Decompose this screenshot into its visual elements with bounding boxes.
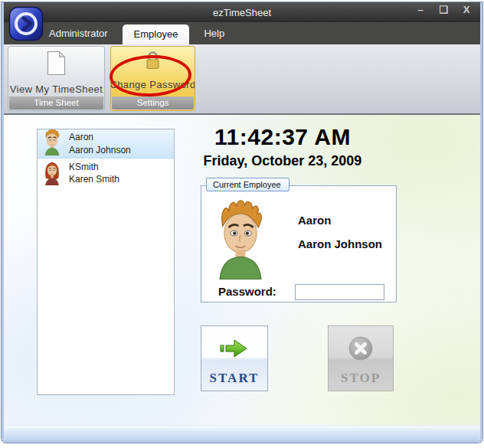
tab-administrator[interactable]: Administrator — [38, 24, 119, 44]
ribbon-toolbar: View My TimeSheet Time Sheet Change Pass… — [4, 44, 480, 115]
ribbon-group-timesheet: View My TimeSheet Time Sheet — [8, 46, 105, 111]
employee-fullname: Karen Smith — [69, 174, 119, 185]
start-button-label: START — [210, 371, 260, 386]
menu-tabstrip: Administrator Employee Help — [4, 22, 480, 44]
current-employee-avatar-icon — [211, 197, 270, 283]
app-window: ezTimeSheet – ❑ X Administrator Employee… — [2, 2, 482, 443]
tab-employee[interactable]: Employee — [123, 25, 190, 44]
employee-list-item-aaron[interactable]: Aaron Aaron Johnson — [38, 129, 174, 159]
view-my-timesheet-label: View My TimeSheet — [10, 83, 103, 95]
start-arrow-icon — [219, 335, 250, 361]
stop-icon — [348, 335, 374, 361]
window-controls: – ❑ X — [414, 4, 473, 15]
current-employee-fullname: Aaron Johnson — [298, 237, 382, 250]
employee-username: KSmith — [69, 162, 99, 172]
title-bar: ezTimeSheet – ❑ X — [4, 2, 480, 22]
clock-date: Friday, October 23, 2009 — [171, 153, 394, 169]
employee-list-item-ksmith[interactable]: KSmith Karen Smith — [38, 159, 174, 188]
employee-fullname: Aaron Johnson — [69, 145, 131, 155]
close-button[interactable]: X — [460, 4, 473, 15]
clock-time: 11:42:37 AM — [182, 124, 383, 150]
employee-list-text: Aaron Aaron Johnson — [69, 131, 131, 155]
main-content: Aaron Aaron Johnson — [4, 115, 480, 425]
current-employee-groupbox: Current Employee Aaron — [201, 185, 397, 302]
start-button[interactable]: START — [201, 325, 268, 391]
male-avatar-icon — [41, 128, 63, 159]
group-caption-timesheet: Time Sheet — [9, 96, 103, 110]
female-avatar-icon — [41, 158, 63, 188]
employee-list-text: KSmith Karen Smith — [69, 161, 119, 185]
view-my-timesheet-button[interactable]: View My TimeSheet — [8, 47, 104, 96]
group-caption-settings: Settings — [112, 96, 194, 110]
password-label: Password: — [218, 285, 276, 298]
stop-button[interactable]: STOP — [328, 325, 394, 391]
stop-button-label: STOP — [341, 371, 381, 386]
window-title: ezTimeSheet — [213, 7, 271, 18]
password-input[interactable] — [295, 284, 384, 300]
employee-username: Aaron — [69, 132, 93, 142]
maximize-button[interactable]: ❑ — [437, 4, 450, 15]
employee-listbox: Aaron Aaron Johnson — [37, 129, 175, 395]
current-employee-username: Aaron — [298, 214, 331, 227]
document-icon — [46, 51, 67, 79]
app-logo-icon — [8, 6, 44, 44]
minimize-button[interactable]: – — [414, 4, 427, 15]
tab-help[interactable]: Help — [192, 24, 236, 44]
current-employee-group-label: Current Employee — [206, 178, 289, 191]
status-bar — [4, 425, 480, 440]
